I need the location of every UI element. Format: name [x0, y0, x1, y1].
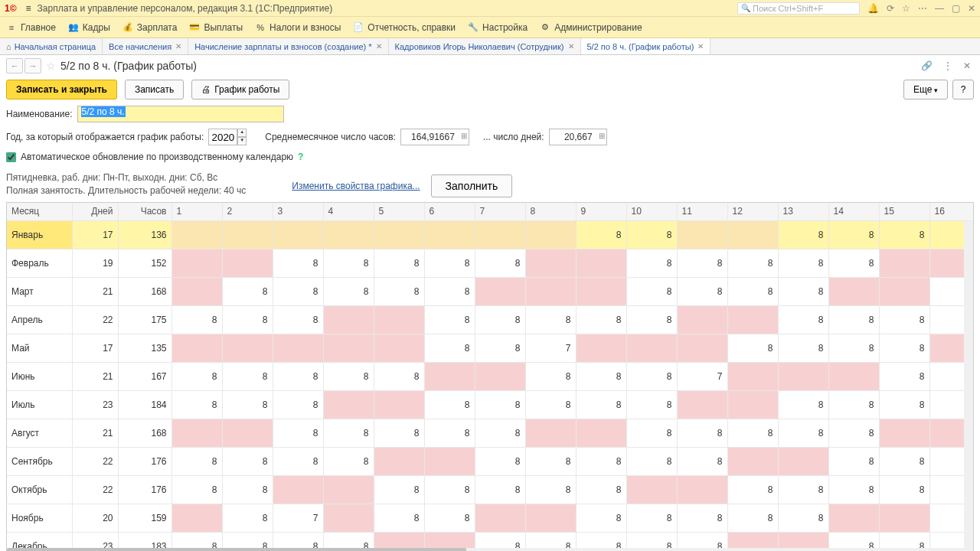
help-button[interactable]: ?	[952, 80, 974, 99]
cell-day[interactable]	[424, 363, 475, 391]
cell-day[interactable]	[172, 504, 222, 533]
cell-day[interactable]: 8	[576, 448, 626, 476]
cell-day[interactable]: 8	[778, 334, 828, 363]
tab-close-icon[interactable]: ✕	[697, 42, 704, 51]
cell-day[interactable]: 8	[525, 391, 576, 419]
cell-day[interactable]	[525, 249, 576, 278]
cell-day[interactable]: 8	[626, 448, 677, 476]
col-day[interactable]: 14	[828, 203, 879, 221]
cell-day[interactable]	[374, 334, 424, 363]
cell-day[interactable]: 8	[828, 419, 879, 448]
menu-item[interactable]: 🔧Настройка	[468, 22, 528, 33]
cell-day[interactable]	[828, 504, 879, 533]
cell-day[interactable]: 8	[222, 391, 273, 419]
cell-hours[interactable]: 168	[118, 419, 172, 448]
cell-month[interactable]: Май	[7, 334, 72, 363]
cell-day[interactable]	[828, 278, 879, 306]
cell-day[interactable]	[172, 334, 222, 363]
cell-month[interactable]: Октябрь	[7, 476, 72, 504]
cell-day[interactable]	[323, 334, 374, 363]
cell-day[interactable]: 8	[677, 448, 727, 476]
table-row[interactable]: Ноябрь201598788888888	[7, 504, 974, 533]
cell-day[interactable]	[828, 363, 879, 391]
cell-day[interactable]	[727, 391, 778, 419]
cell-days[interactable]: 21	[72, 419, 118, 448]
maximize-icon[interactable]: ▢	[952, 3, 960, 14]
auto-update-checkbox[interactable]	[6, 152, 16, 162]
col-month[interactable]: Месяц	[7, 203, 72, 221]
table-row[interactable]: Январь17136888888	[7, 221, 974, 249]
cell-day[interactable]	[576, 419, 626, 448]
cell-day[interactable]: 8	[273, 249, 323, 278]
cell-day[interactable]	[525, 419, 576, 448]
tab[interactable]: Все начисления✕	[103, 38, 188, 54]
cell-day[interactable]: 8	[727, 278, 778, 306]
cell-day[interactable]: 8	[374, 476, 424, 504]
cell-day[interactable]	[222, 249, 273, 278]
save-button[interactable]: Записать	[125, 80, 184, 99]
cell-days[interactable]: 21	[72, 278, 118, 306]
table-row[interactable]: Июнь2116788888888788	[7, 363, 974, 391]
cell-month[interactable]: Февраль	[7, 249, 72, 278]
cell-day[interactable]: 8	[222, 504, 273, 533]
cell-day[interactable]	[273, 334, 323, 363]
cell-day[interactable]	[222, 221, 273, 249]
vertical-scrollbar[interactable]	[964, 221, 973, 548]
cell-day[interactable]	[172, 278, 222, 306]
year-up-icon[interactable]: ▲	[237, 129, 247, 137]
cell-day[interactable]: 8	[576, 391, 626, 419]
cell-day[interactable]: 8	[778, 278, 828, 306]
cell-day[interactable]: 8	[374, 249, 424, 278]
cell-hours[interactable]: 135	[118, 334, 172, 363]
fill-button[interactable]: Заполнить	[431, 174, 513, 197]
cell-day[interactable]	[727, 306, 778, 334]
cell-day[interactable]: 8	[273, 419, 323, 448]
cell-day[interactable]	[172, 221, 222, 249]
cell-day[interactable]: 8	[626, 391, 677, 419]
cell-day[interactable]: 8	[172, 476, 222, 504]
cell-day[interactable]: 8	[374, 419, 424, 448]
col-day[interactable]: 16	[929, 203, 974, 221]
cell-day[interactable]	[525, 278, 576, 306]
cell-day[interactable]	[222, 334, 273, 363]
cell-day[interactable]	[677, 476, 727, 504]
cell-days[interactable]: 22	[72, 306, 118, 334]
cell-month[interactable]: Март	[7, 278, 72, 306]
favorite-icon[interactable]: ☆	[46, 60, 56, 72]
cell-day[interactable]: 8	[424, 476, 475, 504]
cell-day[interactable]	[778, 448, 828, 476]
cell-day[interactable]: 8	[778, 249, 828, 278]
cell-day[interactable]	[677, 334, 727, 363]
cell-day[interactable]: 8	[222, 448, 273, 476]
cell-day[interactable]: 8	[273, 448, 323, 476]
minimize-icon[interactable]: —	[935, 3, 944, 14]
nav-back-button[interactable]: ←	[6, 58, 23, 73]
cell-day[interactable]	[374, 391, 424, 419]
calc-icon[interactable]: ⊞	[461, 132, 467, 140]
cell-day[interactable]: 8	[828, 448, 879, 476]
cell-day[interactable]	[424, 221, 475, 249]
global-search[interactable]: Поиск Ctrl+Shift+F	[737, 2, 860, 15]
cell-day[interactable]: 8	[879, 363, 929, 391]
cell-day[interactable]: 8	[677, 249, 727, 278]
cell-month[interactable]: Июнь	[7, 363, 72, 391]
cell-day[interactable]: 8	[475, 249, 525, 278]
cell-day[interactable]	[475, 278, 525, 306]
table-row[interactable]: Июль23184888888888888	[7, 391, 974, 419]
cell-day[interactable]: 8	[273, 306, 323, 334]
cell-day[interactable]: 8	[576, 221, 626, 249]
cell-day[interactable]	[172, 249, 222, 278]
calc-icon[interactable]: ⊞	[599, 132, 605, 140]
cell-day[interactable]: 8	[525, 363, 576, 391]
cell-days[interactable]: 20	[72, 504, 118, 533]
cell-day[interactable]: 8	[374, 504, 424, 533]
col-day[interactable]: 4	[323, 203, 374, 221]
cell-day[interactable]: 8	[374, 363, 424, 391]
cell-hours[interactable]: 176	[118, 448, 172, 476]
col-day[interactable]: 5	[374, 203, 424, 221]
nav-fwd-button[interactable]: →	[24, 58, 41, 73]
cell-day[interactable]: 8	[879, 334, 929, 363]
cell-day[interactable]	[525, 504, 576, 533]
year-down-icon[interactable]: ▼	[237, 137, 247, 145]
cell-day[interactable]	[424, 448, 475, 476]
